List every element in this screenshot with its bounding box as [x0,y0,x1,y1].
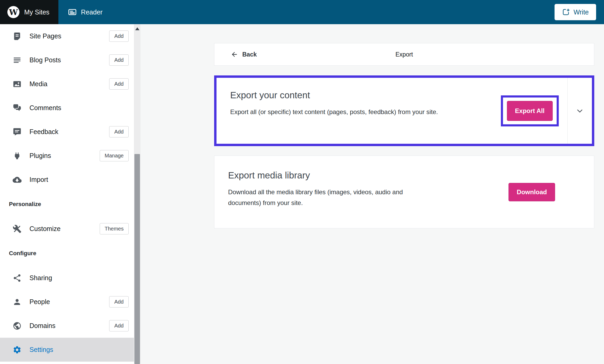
cloud-import-icon [13,175,22,184]
add-button[interactable]: Add [109,30,129,42]
export-content-card: Export your content Export all (or speci… [217,78,592,144]
export-media-card: Export media library Download all the me… [214,156,594,228]
add-button[interactable]: Add [109,296,129,307]
sidebar-item-label: Sharing [29,274,129,282]
back-label: Back [242,51,257,58]
page-title: Export [214,51,594,58]
themes-button[interactable]: Themes [100,223,129,234]
sidebar-item-label: Blog Posts [29,56,101,64]
plugin-icon [13,151,22,160]
sidebar-item-label: People [29,298,101,306]
sidebar-heading-configure: Configure [0,241,134,266]
export-content-description: Export all (or specific) text content (p… [230,107,464,117]
sidebar-item-people[interactable]: People Add [0,290,134,314]
write-label: Write [573,8,589,16]
sidebar-item-site-pages[interactable]: Site Pages Add [0,24,134,48]
sidebar-heading-personalize: Personalize [0,192,134,217]
sidebar-item-comments[interactable]: Comments [0,96,134,120]
sidebar-item-plugins[interactable]: Plugins Manage [0,144,134,168]
sidebar-item-import[interactable]: Import [0,168,134,192]
expand-section-toggle[interactable] [568,78,592,144]
sidebar-scrollbar[interactable] [134,24,140,364]
sidebar: Site Pages Add Blog Posts Add Media Add … [0,24,140,364]
export-content-text: Export your content Export all (or speci… [217,78,501,144]
export-media-description: Download all the media library files (im… [228,187,437,208]
sidebar-item-label: Settings [29,346,129,353]
manage-button[interactable]: Manage [100,150,129,161]
sidebar-item-label: Domains [29,322,101,330]
sidebar-item-sharing[interactable]: Sharing [0,266,134,290]
gear-icon [13,345,22,354]
reader-icon [68,8,77,17]
sidebar-item-label: Plugins [29,152,92,160]
sidebar-item-media[interactable]: Media Add [0,72,134,96]
page-header-card: Back Export [214,43,594,66]
media-icon [13,80,22,89]
export-all-button[interactable]: Export All [507,101,553,121]
comments-icon [13,104,22,112]
write-button[interactable]: Write [555,4,596,20]
sidebar-item-label: Feedback [29,128,101,136]
write-icon [562,8,570,16]
person-icon [13,298,22,306]
back-button[interactable]: Back [231,51,257,58]
reader-label: Reader [81,8,103,16]
pages-icon [13,32,22,41]
download-button[interactable]: Download [509,183,555,201]
export-media-text: Export media library Download all the me… [214,156,509,228]
chevron-down-icon [575,106,585,116]
annotation-rectangle-button: Export All [501,95,559,126]
feedback-icon [13,127,22,136]
main-content: Back Export Export your content Export a… [140,24,604,364]
sidebar-item-customize[interactable]: Customize Themes [0,217,134,241]
sidebar-menu: Site Pages Add Blog Posts Add Media Add … [0,24,134,364]
export-media-title: Export media library [228,170,503,181]
sidebar-item-domains[interactable]: Domains Add [0,314,134,338]
sidebar-item-label: Import [29,176,129,183]
scrollbar-thumb[interactable] [134,154,140,364]
masthead: W My Sites Reader Write [0,0,604,24]
masthead-spacer [112,0,555,24]
export-content-title: Export your content [230,90,496,100]
add-button[interactable]: Add [109,126,129,137]
globe-icon [13,321,22,330]
wordpress-logo-icon: W [7,6,19,18]
sidebar-item-blog-posts[interactable]: Blog Posts Add [0,48,134,72]
sidebar-item-settings[interactable]: Settings [0,338,134,362]
reader-button[interactable]: Reader [58,0,112,24]
my-sites-button[interactable]: W My Sites [0,0,58,24]
annotation-rectangle-card: Export your content Export all (or speci… [214,75,594,146]
sidebar-item-label: Site Pages [29,32,101,40]
sidebar-item-label: Customize [29,225,92,233]
my-sites-label: My Sites [24,8,49,16]
back-arrow-icon [231,51,238,58]
add-button[interactable]: Add [109,320,129,331]
sidebar-item-label: Media [29,80,101,88]
posts-icon [13,56,22,65]
add-button[interactable]: Add [109,78,129,90]
add-button[interactable]: Add [109,54,129,66]
customize-tools-icon [13,224,22,233]
scrollbar-up-arrow-icon[interactable] [135,27,139,30]
share-icon [13,274,22,283]
sidebar-item-label: Comments [29,104,129,112]
sidebar-item-feedback[interactable]: Feedback Add [0,120,134,144]
